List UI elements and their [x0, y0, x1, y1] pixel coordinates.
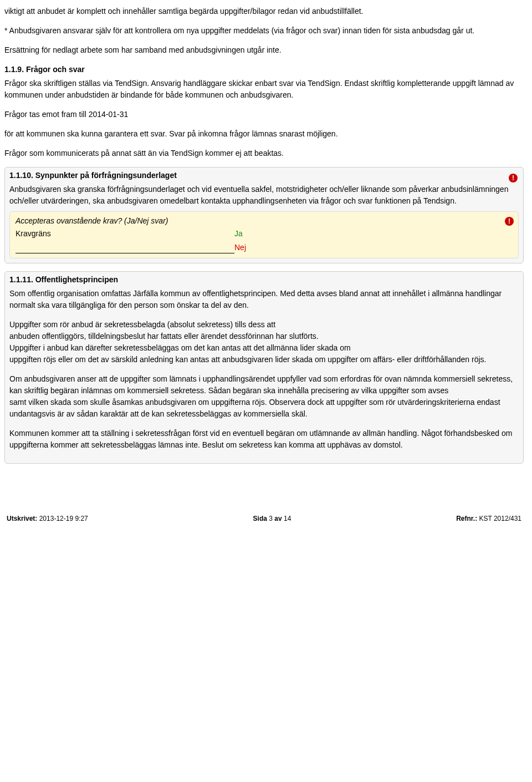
page-footer: Utskrivet: 2013-12-19 9:27 Sida 3 av 14 … — [4, 514, 524, 528]
alert-circle: ! — [505, 217, 514, 226]
section-119-p1: Frågor ska skriftligen ställas via TendS… — [4, 78, 524, 101]
text-line: samt vilken skada som skulle åsamkas anb… — [9, 398, 500, 418]
section-119-p4: Frågor som kommunicerats på annat sätt ä… — [4, 148, 524, 159]
section-1111: 1.1.11. Offentlighetsprincipen Som offen… — [4, 271, 524, 464]
footer-ref: Refnr.: KST 2012/431 — [456, 514, 521, 524]
footer-ref-value: KST 2012/431 — [477, 515, 521, 522]
footer-page-num: 3 — [269, 515, 273, 522]
alert-icon: ! — [509, 172, 518, 184]
section-119-p3: för att kommunen ska kunna garantera ett… — [4, 128, 524, 140]
intro-p1: viktigt att anbudet är komplett och inne… — [4, 6, 524, 17]
krav-option-ja[interactable]: Ja — [234, 228, 246, 240]
footer-ref-label: Refnr.: — [456, 515, 477, 522]
text-line: uppgiften röjs eller om det av särskild … — [9, 355, 486, 364]
section-1111-p4: Kommunen kommer att ta ställning i sekre… — [9, 428, 519, 451]
section-119-heading: 1.1.9. Frågor och svar — [4, 64, 524, 75]
krav-label: Kravgräns — [16, 228, 234, 253]
section-1110-heading: 1.1.10. Synpunkter på förfrågningsunderl… — [9, 170, 519, 181]
krav-question: Accepteras ovanstående krav? (Ja/Nej sva… — [16, 215, 513, 227]
footer-printed: Utskrivet: 2013-12-19 9:27 — [7, 514, 88, 524]
alert-circle: ! — [509, 174, 518, 182]
footer-printed-value: 2013-12-19 9:27 — [37, 515, 88, 522]
section-119-p2: Frågor tas emot fram till 2014-01-31 — [4, 109, 524, 120]
section-1110-body: Anbudsgivaren ska granska förfrågningsun… — [9, 184, 519, 207]
section-1111-p2: Uppgifter som rör anbud är sekretessbela… — [9, 319, 519, 365]
intro-p3: Ersättning för nedlagt arbete som har sa… — [4, 44, 524, 56]
section-1111-heading: 1.1.11. Offentlighetsprincipen — [9, 274, 519, 286]
footer-page-of: av — [273, 515, 284, 522]
text-line: Uppgifter som rör anbud är sekretessbela… — [9, 320, 275, 329]
footer-printed-label: Utskrivet: — [7, 515, 37, 522]
section-1110: ! 1.1.10. Synpunkter på förfrågningsunde… — [4, 167, 524, 263]
footer-page-total: 14 — [284, 515, 291, 522]
text-line: anbuden offentliggörs, tilldelningsbeslu… — [9, 332, 319, 341]
text-line: Uppgifter i anbud kan därefter sekretess… — [9, 343, 351, 352]
text-line: Om anbudsgivaren anser att de uppgifter … — [9, 374, 513, 395]
alert-icon: ! — [505, 215, 514, 227]
krav-row: Kravgräns Ja Nej — [16, 228, 513, 253]
footer-page-label: Sida — [253, 515, 269, 522]
footer-page: Sida 3 av 14 — [253, 514, 291, 524]
krav-box: ! Accepteras ovanstående krav? (Ja/Nej s… — [9, 211, 519, 258]
krav-values: Ja Nej — [234, 228, 246, 253]
krav-option-nej[interactable]: Nej — [234, 242, 246, 253]
section-1111-p1: Som offentlig organisation omfattas Järf… — [9, 288, 519, 311]
section-1111-p3: Om anbudsgivaren anser att de uppgifter … — [9, 373, 519, 420]
section-119: 1.1.9. Frågor och svar Frågor ska skrift… — [4, 64, 524, 159]
intro-block: viktigt att anbudet är komplett och inne… — [4, 6, 524, 56]
intro-p2: * Anbudsgivaren ansvarar själv för att k… — [4, 25, 524, 37]
